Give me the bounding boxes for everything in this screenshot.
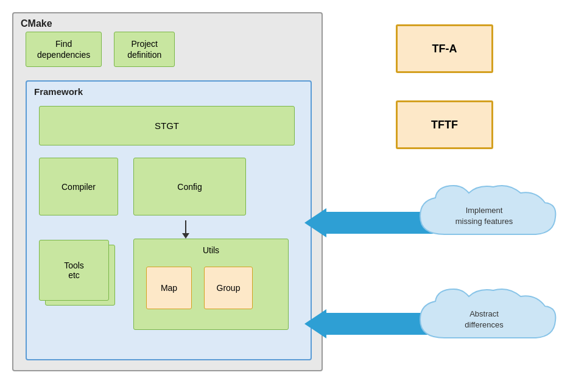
cmake-box: CMake Finddependencies Projectdefinition…: [12, 12, 323, 371]
implement-cloud-label: Implementmissing features: [455, 205, 513, 227]
utils-label: Utils: [134, 245, 288, 255]
cloud-implement: Implementmissing features: [408, 180, 560, 253]
tools-box: Toolsetc: [39, 240, 109, 301]
utils-box: Utils Map Group: [133, 239, 289, 330]
tfa-label: TF-A: [432, 43, 457, 55]
compiler-box: Compiler: [39, 158, 118, 215]
tftf-label: TFTF: [431, 119, 458, 131]
compiler-label: Compiler: [62, 182, 96, 192]
framework-box: Framework STGT Compiler Config Toolsetc: [26, 80, 312, 360]
find-dependencies-box: Finddependencies: [26, 32, 102, 67]
diagram: CMake Finddependencies Projectdefinition…: [6, 6, 581, 386]
abstract-cloud-label: Abstractdifferences: [465, 309, 503, 331]
framework-label: Framework: [34, 86, 83, 97]
project-definition-label: Projectdefinition: [127, 39, 161, 60]
tftf-box: TFTF: [396, 100, 493, 149]
config-label: Config: [177, 182, 202, 192]
cloud-abstract: Abstractdifferences: [408, 283, 560, 356]
arrow-abstract-head: [304, 309, 326, 338]
cmake-top-boxes: Finddependencies Projectdefinition: [26, 32, 175, 67]
stgt-label: STGT: [155, 121, 179, 131]
stgt-box: STGT: [39, 106, 295, 145]
project-definition-box: Projectdefinition: [114, 32, 175, 67]
map-label: Map: [161, 283, 177, 293]
config-utils-arrow: [185, 220, 186, 234]
arrow-implement-head: [304, 208, 326, 237]
map-box: Map: [146, 267, 192, 309]
group-label: Group: [217, 283, 241, 293]
tools-label: Toolsetc: [64, 261, 84, 280]
find-dependencies-label: Finddependencies: [37, 39, 90, 60]
group-box: Group: [204, 267, 253, 309]
config-box: Config: [133, 158, 246, 215]
cmake-label: CMake: [21, 18, 52, 29]
tfa-box: TF-A: [396, 24, 493, 73]
